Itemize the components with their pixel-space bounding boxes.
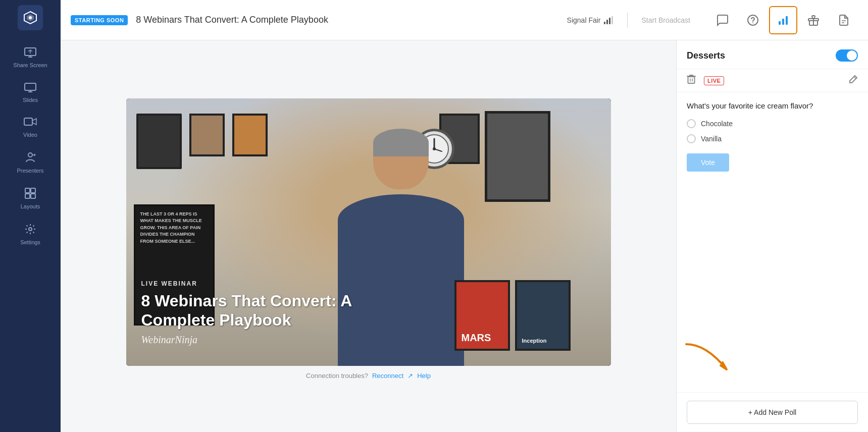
- chat-icon-button[interactable]: [708, 6, 737, 34]
- sidebar-item-share-screen[interactable]: Share Screen: [0, 40, 61, 75]
- poll-set-title: Desserts: [687, 50, 725, 61]
- signal-label: Signal Fair: [567, 16, 601, 24]
- sidebar-item-layouts[interactable]: Layouts: [0, 181, 61, 217]
- poll-content: What's your favorite ice cream flavor? C…: [677, 92, 868, 392]
- add-poll-button[interactable]: + Add New Poll: [687, 401, 858, 424]
- logo-icon: [23, 10, 38, 25]
- inception-poster: Inception: [515, 280, 571, 351]
- video-footer: Connection troubles? Reconnect ↗ Help: [306, 372, 431, 380]
- external-link-icon: ↗: [407, 372, 413, 380]
- webinar-title: 8 Webinars That Convert: A Complete Play…: [136, 15, 328, 25]
- video-title: 8 Webinars That Convert: A Complete Play…: [141, 291, 352, 330]
- top-icons: [708, 6, 858, 34]
- sidebar: Share Screen Slides Video: [0, 0, 61, 432]
- sidebar-item-label-share-screen: Share Screen: [13, 62, 47, 68]
- panel-header: Desserts: [677, 40, 868, 69]
- svg-rect-6: [31, 188, 35, 193]
- video-area: THE LAST 3 OR 4 REPS IS WHAT MAKES THE M…: [61, 40, 676, 432]
- svg-rect-7: [25, 194, 30, 198]
- frame-2: [189, 114, 225, 156]
- sidebar-item-presenters[interactable]: Presenters: [0, 145, 61, 181]
- right-panel: Desserts LIVE: [676, 40, 868, 432]
- main-area: STARTING SOON 8 Webinars That Convert: A…: [61, 0, 868, 432]
- sidebar-item-label-video: Video: [23, 132, 37, 138]
- svg-point-4: [28, 153, 32, 157]
- live-webinar-label: LIVE WEBINAR: [141, 280, 352, 287]
- sidebar-item-slides[interactable]: Slides: [0, 75, 61, 110]
- svg-rect-3: [24, 118, 32, 125]
- mars-poster: MARS: [454, 280, 510, 351]
- help-link[interactable]: Help: [417, 372, 431, 380]
- live-badge: LIVE: [704, 76, 724, 85]
- svg-point-0: [29, 16, 32, 19]
- svg-rect-13: [782, 19, 784, 25]
- signal-bars-icon: [604, 16, 613, 24]
- status-badge: STARTING SOON: [71, 15, 128, 25]
- edit-icon[interactable]: [849, 75, 858, 86]
- reconnect-link[interactable]: Reconnect: [372, 372, 403, 380]
- sidebar-item-label-slides: Slides: [23, 97, 38, 103]
- poll-question: What's your favorite ice cream flavor?: [687, 100, 858, 111]
- svg-rect-12: [779, 21, 781, 25]
- sidebar-item-settings[interactable]: Settings: [0, 217, 61, 252]
- signal-info: Signal Fair: [567, 16, 613, 24]
- vote-button[interactable]: Vote: [687, 153, 729, 172]
- svg-point-11: [752, 22, 753, 23]
- settings-icon: [25, 224, 36, 236]
- content-area: THE LAST 3 OR 4 REPS IS WHAT MAKES THE M…: [61, 40, 868, 432]
- panel-bottom: + Add New Poll: [677, 392, 868, 432]
- connection-troubles-text: Connection troubles?: [306, 372, 368, 380]
- layouts-icon: [25, 188, 36, 200]
- sidebar-item-video[interactable]: Video: [0, 110, 61, 145]
- frame-3: [232, 114, 268, 156]
- brand-label: WebinarNinja: [141, 334, 352, 346]
- slides-icon: [24, 82, 36, 94]
- sidebar-item-label-settings: Settings: [20, 239, 40, 245]
- video-overlay: LIVE WEBINAR 8 Webinars That Convert: A …: [141, 280, 352, 346]
- topbar: STARTING SOON 8 Webinars That Convert: A…: [61, 0, 868, 40]
- file-icon-button[interactable]: [830, 6, 858, 34]
- poll-option-0[interactable]: Chocolate: [687, 119, 858, 128]
- gift-icon-button[interactable]: [799, 6, 828, 34]
- svg-rect-2: [25, 83, 36, 90]
- logo: [18, 5, 43, 30]
- radio-chocolate[interactable]: [687, 119, 696, 128]
- radio-vanilla[interactable]: [687, 134, 696, 143]
- poll-option-1[interactable]: Vanilla: [687, 134, 858, 143]
- poll-toolbar: LIVE: [677, 69, 868, 92]
- sidebar-item-label-presenters: Presenters: [17, 168, 43, 174]
- svg-rect-5: [25, 188, 30, 193]
- svg-rect-21: [688, 77, 695, 83]
- option-label-chocolate: Chocolate: [701, 120, 733, 128]
- video-wrapper: THE LAST 3 OR 4 REPS IS WHAT MAKES THE M…: [126, 98, 611, 366]
- question-icon-button[interactable]: [739, 6, 767, 34]
- svg-rect-14: [786, 16, 788, 25]
- toggle-switch[interactable]: [836, 49, 858, 62]
- svg-point-9: [29, 228, 32, 231]
- video-feed: THE LAST 3 OR 4 REPS IS WHAT MAKES THE M…: [126, 98, 611, 366]
- topbar-divider: [627, 13, 628, 28]
- presenters-icon: [24, 152, 36, 165]
- frame-1: [136, 114, 182, 169]
- share-screen-icon: [24, 47, 36, 59]
- svg-rect-8: [31, 194, 35, 198]
- sidebar-item-label-layouts: Layouts: [21, 203, 40, 209]
- frame-4: [485, 111, 550, 202]
- poll-icon-button[interactable]: [769, 6, 797, 34]
- video-icon: [24, 117, 37, 129]
- start-broadcast-button[interactable]: Start Broadcast: [642, 16, 691, 24]
- option-label-vanilla: Vanilla: [701, 135, 722, 143]
- delete-icon[interactable]: [687, 74, 696, 87]
